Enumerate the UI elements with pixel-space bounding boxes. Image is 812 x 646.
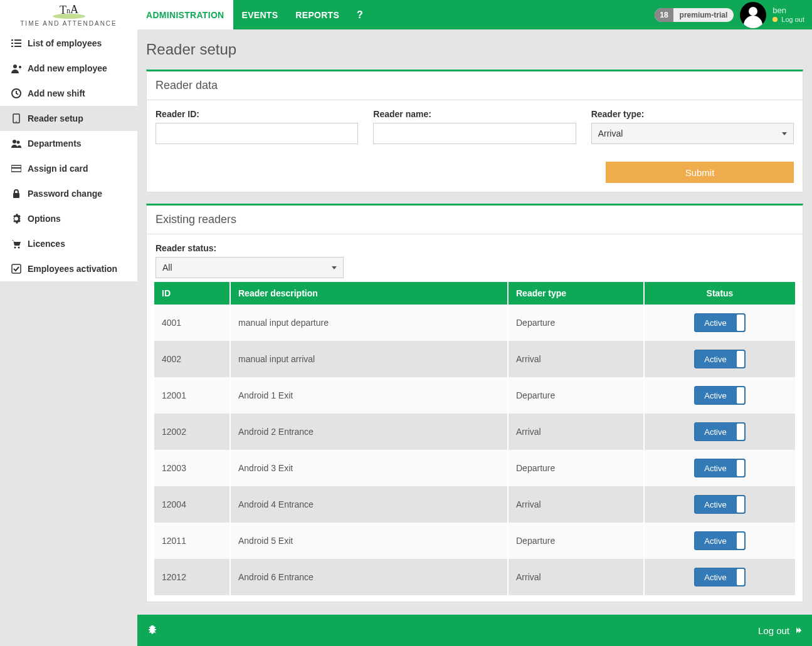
cell-id: 12011: [154, 523, 229, 559]
cell-desc: Android 1 Exit: [231, 377, 507, 414]
reader-id-input[interactable]: [156, 123, 358, 144]
status-toggle[interactable]: Active: [694, 350, 746, 368]
submit-button[interactable]: Submit: [606, 162, 794, 183]
footer-bug-button[interactable]: [147, 625, 157, 637]
col-type: Reader type: [509, 282, 643, 305]
toggle-knob-icon: [737, 496, 744, 513]
cell-type: Arrival: [509, 341, 643, 377]
sidebar-item-options[interactable]: Options: [0, 206, 137, 231]
reader-type-select[interactable]: Arrival: [591, 123, 794, 144]
sidebar-item-label: Add new shift: [28, 88, 85, 98]
status-toggle-label: Active: [704, 427, 726, 437]
reader-status-select[interactable]: All: [156, 257, 344, 278]
sidebar-item-label: Employees activation: [28, 264, 117, 274]
user-plus-icon: [11, 63, 21, 73]
cell-id: 4001: [154, 305, 229, 341]
header-logout-label: Log out: [781, 16, 804, 24]
sidebar-item-assign-id-card[interactable]: Assign id card: [0, 156, 137, 181]
bug-icon: [147, 625, 157, 635]
brand-logo: TnA TIME AND ATTENDANCE: [0, 0, 137, 31]
status-toggle-label: Active: [704, 500, 726, 509]
toggle-knob-icon: [737, 387, 744, 404]
sidebar-item-label: Licences: [28, 239, 65, 249]
status-toggle[interactable]: Active: [694, 531, 746, 550]
cell-type: Arrival: [509, 486, 643, 523]
reader-data-heading: Reader data: [147, 71, 803, 100]
status-toggle[interactable]: Active: [694, 495, 746, 514]
trial-badge: 18 premium-trial: [655, 8, 734, 22]
brand-text: TIME AND ATTENDANCE: [6, 20, 131, 27]
topbar: ADMINISTRATIONEVENTSREPORTS ? 18 premium…: [137, 0, 812, 29]
table-row: 12004Android 4 EntranceArrivalActive: [154, 486, 795, 523]
cell-id: 12003: [154, 450, 229, 486]
reader-type-value: Arrival: [598, 128, 623, 138]
sidebar-item-add-new-shift[interactable]: Add new shift: [0, 81, 137, 106]
cell-type: Arrival: [509, 559, 643, 595]
list-icon: [11, 38, 21, 48]
reader-data-panel: Reader data Reader ID: Reader name: Read…: [146, 70, 803, 192]
cart-icon: [11, 239, 21, 249]
sidebar-item-reader-setup[interactable]: Reader setup: [0, 106, 137, 131]
col-desc: Reader description: [231, 282, 507, 305]
status-toggle[interactable]: Active: [694, 422, 746, 441]
cell-status: Active: [645, 341, 795, 377]
help-button[interactable]: ?: [348, 0, 372, 29]
page-title: Reader setup: [146, 41, 803, 58]
table-row: 4002manual input arrivalArrivalActive: [154, 341, 795, 377]
cell-desc: manual input arrival: [231, 341, 507, 377]
cell-status: Active: [645, 559, 795, 595]
top-nav: ADMINISTRATIONEVENTSREPORTS: [137, 0, 348, 29]
cell-desc: Android 5 Exit: [231, 523, 507, 559]
cell-type: Departure: [509, 450, 643, 486]
existing-readers-heading: Existing readers: [147, 206, 803, 234]
sidebar-item-password-change[interactable]: Password change: [0, 181, 137, 206]
status-toggle[interactable]: Active: [694, 568, 746, 586]
sidebar-item-list-of-employees[interactable]: List of employees: [0, 31, 137, 56]
toggle-knob-icon: [737, 569, 744, 585]
sidebar-item-label: Departments: [28, 138, 82, 148]
toggle-knob-icon: [737, 460, 744, 476]
gear-icon: [11, 214, 21, 224]
status-toggle-label: Active: [704, 464, 726, 473]
table-row: 4001manual input departureDepartureActiv…: [154, 305, 795, 341]
users-icon: [11, 138, 21, 148]
caret-down-icon: [332, 266, 337, 269]
sidebar-item-add-new-employee[interactable]: Add new employee: [0, 56, 137, 81]
status-toggle-label: Active: [704, 391, 726, 400]
cell-desc: Android 2 Entrance: [231, 414, 507, 450]
table-row: 12001Android 1 ExitDepartureActive: [154, 377, 795, 414]
sidebar-item-employees-activation[interactable]: Employees activation: [0, 256, 137, 281]
toggle-knob-icon: [737, 315, 744, 331]
status-toggle[interactable]: Active: [694, 386, 746, 405]
topnav-events[interactable]: EVENTS: [233, 0, 287, 29]
cell-desc: Android 3 Exit: [231, 450, 507, 486]
topnav-administration[interactable]: ADMINISTRATION: [137, 0, 233, 29]
status-toggle-label: Active: [704, 355, 726, 364]
question-icon: ?: [357, 9, 363, 21]
sidebar-item-departments[interactable]: Departments: [0, 131, 137, 156]
existing-readers-panel: Existing readers Reader status: All ID R…: [146, 204, 803, 602]
status-toggle[interactable]: Active: [694, 313, 746, 332]
cell-id: 12004: [154, 486, 229, 523]
table-row: 12002Android 2 EntranceArrivalActive: [154, 414, 795, 450]
cell-status: Active: [645, 450, 795, 486]
reader-status-value: All: [162, 263, 172, 273]
reader-type-label: Reader type:: [591, 109, 794, 119]
toggle-knob-icon: [737, 424, 744, 440]
sidebar-item-label: Reader setup: [28, 113, 83, 123]
sidebar-item-licences[interactable]: Licences: [0, 231, 137, 256]
reader-name-input[interactable]: [373, 123, 576, 144]
header-logout-link[interactable]: Log out: [772, 16, 804, 24]
cell-type: Arrival: [509, 414, 643, 450]
cell-type: Departure: [509, 377, 643, 414]
avatar[interactable]: [740, 2, 766, 28]
footer-logout-label: Log out: [758, 625, 789, 636]
topnav-reports[interactable]: REPORTS: [287, 0, 348, 29]
readers-table: ID Reader description Reader type Status…: [153, 282, 796, 595]
cell-status: Active: [645, 305, 795, 341]
toggle-knob-icon: [737, 533, 744, 549]
cell-type: Departure: [509, 305, 643, 341]
status-toggle[interactable]: Active: [694, 459, 746, 477]
cell-desc: Android 4 Entrance: [231, 486, 507, 523]
footer-logout-link[interactable]: Log out: [758, 625, 802, 636]
